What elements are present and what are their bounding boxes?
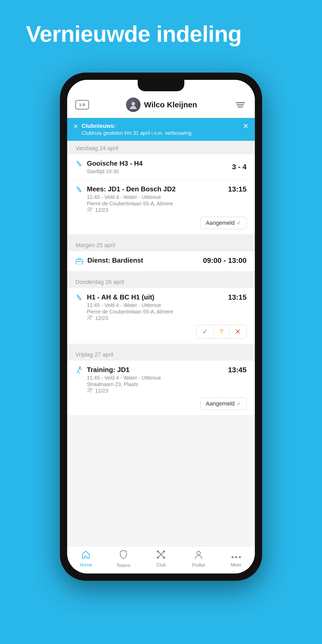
scoreboard-icon[interactable]: 1:0 xyxy=(75,100,89,109)
meer-dots-icon xyxy=(231,551,241,561)
event-title-match3: H1 - AH & BC H1 (uit) xyxy=(87,293,228,301)
event-title-training1: Training: JD1 xyxy=(87,366,228,374)
svg-point-19 xyxy=(197,551,200,555)
event-title-bardienst: Dienst: Bardienst xyxy=(87,256,203,264)
event-address-match2: Pierre de Coubertinlaan 55-A, Almere xyxy=(87,201,228,207)
event-subtitle-match3: 11:45 - Veld 4 - Water - Uittenue xyxy=(87,302,228,308)
phone-screen: 1:0 Wilco Kleijnen xyxy=(67,80,255,573)
event-title-match2: Mees: JD1 - Den Bosch JD2 xyxy=(87,185,228,193)
registration-button-training1[interactable]: Aangemeld ✓ xyxy=(200,397,247,410)
event-item-match2: Mees: JD1 - Den Bosch JD2 11:45 - Veld 4… xyxy=(67,180,255,235)
svg-point-3 xyxy=(88,207,90,209)
news-banner: ✕ Clubnieuws: Clubhuis gesloten t/m 31 a… xyxy=(67,118,255,141)
date-header-friday: Vrijdag 27 april xyxy=(67,347,255,361)
event-item-bardienst: Dienst: Bardienst 09:00 - 13:00 xyxy=(67,251,255,271)
user-profile-area[interactable]: Wilco Kleijnen xyxy=(126,97,197,112)
event-title-match1: Gooische H3 - H4 xyxy=(87,159,232,167)
page-bg-title: Vernieuwde indeling xyxy=(26,21,242,47)
hockey-stick-icon-2 xyxy=(75,186,83,195)
event-item-match3: H1 - AH & BC H1 (uit) 11:45 - Veld 4 - W… xyxy=(67,288,255,344)
briefcase-icon xyxy=(75,257,83,266)
hockey-stick-icon-1 xyxy=(75,160,83,169)
nav-item-meer[interactable]: Meer xyxy=(223,551,249,568)
banner-title: Clubnieuws: xyxy=(82,123,239,129)
section-separator-1 xyxy=(67,235,255,238)
event-address-match3: Pierre de Coubertinlaan 55-A, Almere xyxy=(87,309,228,315)
filter-line-2 xyxy=(237,104,244,105)
svg-point-17 xyxy=(157,557,159,559)
bottom-navigation: Home Teams xyxy=(67,546,255,573)
scroll-content: Vandaag 24 april Gooische H3 - H4 xyxy=(67,141,255,546)
date-header-today: Vandaag 24 april xyxy=(67,141,255,154)
svg-point-10 xyxy=(79,367,81,368)
event-time-bardienst: 09:00 - 13:00 xyxy=(203,256,247,265)
event-item-match1: Gooische H3 - H4 Starttijd 10:30 3 - 4 xyxy=(67,154,255,180)
svg-point-4 xyxy=(90,208,92,209)
nav-item-teams[interactable]: Teams xyxy=(110,550,136,568)
avatar xyxy=(126,97,141,112)
svg-point-12 xyxy=(90,388,92,390)
profiel-icon xyxy=(194,550,203,561)
svg-point-16 xyxy=(163,550,165,552)
players-icon-4 xyxy=(87,388,93,394)
nav-item-club[interactable]: Club xyxy=(148,550,174,568)
svg-point-8 xyxy=(88,316,90,318)
nav-label-meer: Meer xyxy=(231,562,241,568)
club-x-icon xyxy=(157,550,165,561)
svg-point-9 xyxy=(90,316,92,317)
notch xyxy=(138,80,184,91)
nav-label-teams: Teams xyxy=(117,563,130,568)
respond-maybe-button[interactable]: ? xyxy=(214,325,229,338)
check-icon-match2: ✓ xyxy=(237,220,241,226)
user-name: Wilco Kleijnen xyxy=(144,100,197,109)
nav-label-club: Club xyxy=(156,562,166,568)
players-icon-2 xyxy=(87,207,93,213)
players-icon-3 xyxy=(87,315,93,321)
nav-item-home[interactable]: Home xyxy=(73,550,99,568)
home-icon xyxy=(81,550,90,561)
check-icon-training1: ✓ xyxy=(237,401,241,407)
event-score-match1: 3 - 4 xyxy=(232,163,247,171)
event-players-match3: 12/23 xyxy=(87,315,228,321)
teams-shield-icon xyxy=(119,550,128,561)
event-players-match2: 12/23 xyxy=(87,207,228,213)
svg-point-15 xyxy=(157,550,159,552)
header-left: 1:0 xyxy=(75,100,89,109)
svg-point-11 xyxy=(88,388,90,390)
banner-body: Clubhuis gesloten t/m 31 april i.v.m. ve… xyxy=(82,130,239,136)
section-separator-3 xyxy=(67,344,255,347)
nav-label-profiel: Profiel xyxy=(192,563,205,568)
filter-button[interactable] xyxy=(234,101,247,109)
respond-yes-button[interactable]: ✓ xyxy=(197,325,214,338)
running-icon xyxy=(75,366,83,376)
event-subtitle-training1: 11:45 - Veld 4 - Water - Uittenue xyxy=(87,375,228,381)
bottom-padding xyxy=(67,415,255,423)
event-time-match2: 13:15 xyxy=(228,185,247,193)
date-header-thursday: Donderdag 26 april xyxy=(67,275,255,288)
event-item-training1: Training: JD1 11:45 - Veld 4 - Water - U… xyxy=(67,361,255,415)
date-header-tomorrow: Morgen 25 april xyxy=(67,238,255,251)
event-subtitle-match1: Starttijd 10:30 xyxy=(87,169,232,174)
banner-close-button[interactable]: ✕ xyxy=(243,123,249,129)
event-time-training1: 13:45 xyxy=(228,366,247,374)
app-header: 1:0 Wilco Kleijnen xyxy=(67,93,255,118)
nav-label-home: Home xyxy=(80,562,92,568)
svg-point-22 xyxy=(239,556,241,558)
registration-button-match2[interactable]: Aangemeld ✓ xyxy=(200,217,247,229)
event-time-match3: 13:15 xyxy=(228,293,247,302)
svg-point-0 xyxy=(131,102,135,106)
filter-line-3 xyxy=(238,107,243,107)
event-subtitle-match2: 11:45 - Veld 4 - Water - Uittenue xyxy=(87,194,228,200)
banner-content: Clubnieuws: Clubhuis gesloten t/m 31 apr… xyxy=(82,123,239,136)
phone-frame: 1:0 Wilco Kleijnen xyxy=(60,73,262,581)
response-buttons-match3: ✓ ? ✕ xyxy=(196,325,247,339)
hockey-stick-icon-3 xyxy=(75,294,83,303)
svg-point-18 xyxy=(163,557,165,559)
section-separator-2 xyxy=(67,271,255,275)
respond-no-button[interactable]: ✕ xyxy=(229,325,246,338)
avatar-image xyxy=(126,97,141,112)
filter-line-1 xyxy=(236,102,245,103)
svg-point-21 xyxy=(235,556,237,558)
nav-item-profiel[interactable]: Profiel xyxy=(186,550,212,568)
banner-dismiss-x[interactable]: ✕ xyxy=(73,123,78,130)
